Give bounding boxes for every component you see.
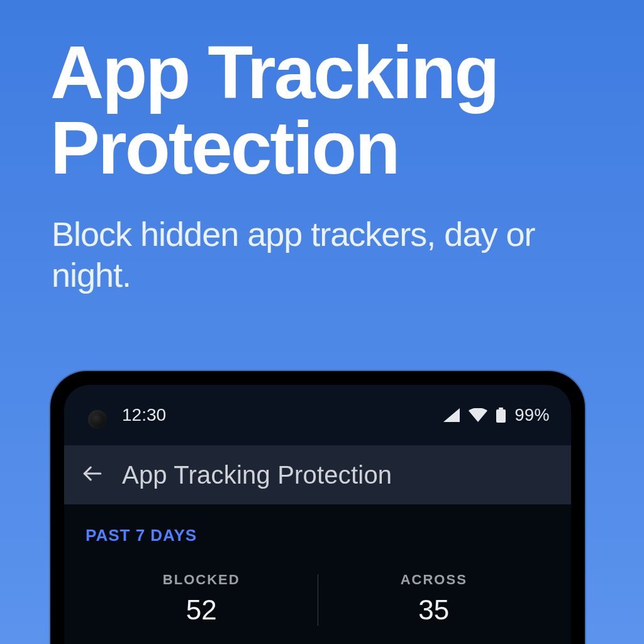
status-battery-percent: 99% <box>514 406 550 425</box>
hero-title: App Tracking Protection <box>50 35 619 186</box>
section-label-past-7-days: PAST 7 DAYS <box>86 526 550 545</box>
stats-row: BLOCKED 52 ACROSS 35 <box>86 572 550 626</box>
screen-content: PAST 7 DAYS BLOCKED 52 ACROSS 35 <box>64 504 571 644</box>
stat-across-label: ACROSS <box>318 572 550 588</box>
svg-rect-0 <box>499 408 503 409</box>
svg-rect-1 <box>496 409 506 423</box>
stat-blocked-value: 52 <box>86 594 318 626</box>
wifi-icon <box>469 408 487 422</box>
hero-subtitle: Block hidden app trackers, day or night. <box>52 214 606 296</box>
stat-blocked-label: BLOCKED <box>86 572 318 588</box>
back-arrow-icon[interactable] <box>82 463 103 487</box>
promo-canvas: App Tracking Protection Block hidden app… <box>0 0 644 644</box>
phone-screen: 12:30 99% <box>64 385 571 644</box>
status-time: 12:30 <box>122 405 166 425</box>
cell-signal-icon <box>443 408 460 422</box>
app-bar: App Tracking Protection <box>64 445 571 504</box>
battery-icon <box>496 408 506 423</box>
stat-across: ACROSS 35 <box>318 572 550 626</box>
front-camera-icon <box>88 410 107 429</box>
stat-across-value: 35 <box>318 594 550 626</box>
status-right: 99% <box>443 406 550 425</box>
phone-frame: 12:30 99% <box>50 371 585 644</box>
stat-blocked: BLOCKED 52 <box>86 572 318 626</box>
status-bar: 12:30 99% <box>64 385 571 445</box>
app-bar-title: App Tracking Protection <box>122 461 392 489</box>
